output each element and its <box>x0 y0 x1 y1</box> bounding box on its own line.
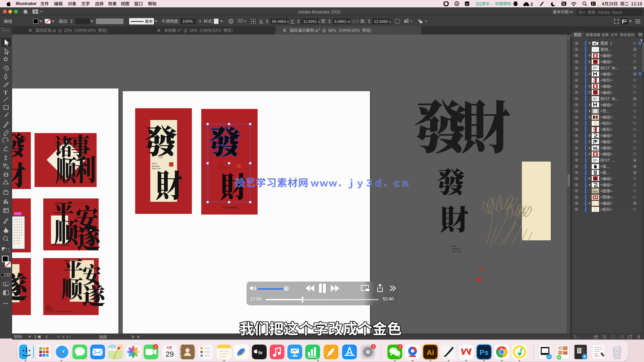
svg-text:Ai: Ai <box>427 348 434 357</box>
svg-text:3: 3 <box>372 345 374 349</box>
svg-text:W: W <box>466 2 469 6</box>
svg-text:29: 29 <box>166 350 174 358</box>
svg-text:2: 2 <box>46 335 48 339</box>
svg-text:Ps: Ps <box>480 348 489 357</box>
svg-text:tv: tv <box>258 350 263 355</box>
svg-text:1: 1 <box>155 345 157 349</box>
svg-text:2: 2 <box>399 345 401 349</box>
svg-text:2: 2 <box>531 2 533 7</box>
